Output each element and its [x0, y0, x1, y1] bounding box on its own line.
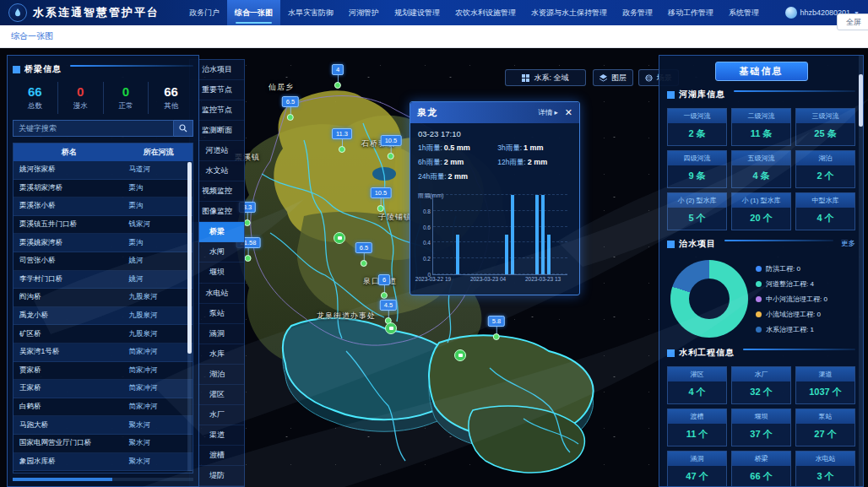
marker-value: 10.5 [371, 187, 392, 198]
bridge-name-cell: 矿区桥 [14, 329, 124, 339]
chart-bar [535, 195, 539, 274]
nav-tab-1[interactable]: 政务门户 [182, 0, 227, 25]
table-row[interactable]: 象园水库桥聚水河 [14, 453, 193, 472]
table-row[interactable]: 马跑大桥聚水河 [14, 416, 193, 435]
water-system-scope-button[interactable]: 水系: 全域 [505, 69, 586, 86]
info-card-value: 25 条 [796, 123, 854, 145]
search-input[interactable] [13, 120, 174, 137]
town-label: 子陵铺镇 [378, 212, 412, 223]
projects-section-title: 治水项目 [679, 238, 716, 250]
table-row[interactable]: 司营张小桥姚河 [14, 252, 193, 271]
section-accent-line [70, 65, 193, 67]
nav-tab-3[interactable]: 水旱灾害防御 [280, 0, 341, 25]
rain-metric-value: 2 mm [528, 158, 548, 166]
river-name-cell: 栗沟 [124, 183, 193, 193]
legend-label: 小流域治理工程: 0 [766, 310, 821, 319]
table-scrollbar[interactable] [187, 162, 192, 471]
table-row[interactable]: 栗溪张小桥栗沟 [14, 198, 193, 216]
map-marker[interactable]: 6.5 [355, 242, 372, 267]
camera-icon[interactable] [334, 232, 345, 244]
marker-value: 10.5 [381, 135, 402, 146]
fullscreen-button[interactable]: 全屏 [837, 14, 868, 30]
table-row[interactable]: 姚河张家桥马道河 [14, 161, 193, 180]
table-row[interactable]: 栗溪镇五井门口桥钱家河 [14, 216, 193, 235]
table-hscrollbar[interactable] [13, 478, 193, 481]
map-marker[interactable]: 6.5 [282, 96, 299, 121]
base-info-button[interactable]: 基础信息 [715, 62, 808, 81]
table-row[interactable]: 贾家桥简家冲河 [14, 362, 193, 381]
map-marker[interactable]: 4.5 [380, 300, 397, 324]
info-card: 四级河流9 条 [667, 150, 727, 188]
left-panel-title: 桥梁信息 [24, 63, 62, 75]
table-row[interactable]: 国家电网营业厅门口桥聚水河 [14, 435, 193, 453]
chart-bar [505, 235, 508, 274]
rain-metric-value: 0.5 mm [444, 143, 470, 152]
table-row[interactable]: 矿区桥九股泉河 [14, 325, 193, 344]
bridge-name-cell: 王家桥 [14, 383, 124, 393]
table-row[interactable]: 禹龙小桥九股泉河 [14, 307, 193, 326]
nav-tab-2[interactable]: 综合一张图 [227, 0, 280, 25]
info-card-label: 一级河流 [668, 109, 726, 123]
bridge-stat: 0漫水 [58, 82, 104, 114]
stat-value: 66 [13, 84, 57, 99]
section-accent-line [724, 240, 833, 241]
marker-value: 4.5 [380, 300, 397, 311]
table-row[interactable]: 栗溪姚家湾桥栗沟 [14, 234, 193, 252]
camera-icon[interactable] [385, 322, 397, 334]
table-row[interactable]: 王家桥简家冲河 [14, 380, 193, 398]
info-card-value: 11 个 [668, 424, 726, 446]
legend-dot [756, 281, 762, 287]
town-label: 龙泉街道办事处 [317, 311, 376, 322]
nav-tab-7[interactable]: 水资源与水土保持管理 [524, 0, 615, 25]
map-marker[interactable]: 10.5 [381, 135, 402, 160]
info-card-value: 1037 个 [796, 381, 854, 403]
nav-tab-10[interactable]: 系统管理 [721, 0, 767, 25]
table-row[interactable]: 白鹤桥简家冲河 [14, 398, 193, 417]
marker-value: 4 [332, 64, 344, 75]
marker-dot [381, 292, 388, 299]
legend-dot [756, 296, 762, 302]
river-name-cell: 简家冲河 [124, 365, 193, 376]
info-card: 桥梁66 个 [731, 451, 791, 487]
river-lake-cards: 一级河流2 条二级河流11 条三级河流25 条四级河流9 条五级河流4 条湖泊2… [667, 108, 855, 230]
more-link[interactable]: 更多 [841, 239, 855, 249]
map-marker[interactable]: 4 [332, 64, 344, 89]
nav-tab-9[interactable]: 移动工作管理 [660, 0, 721, 25]
layers-button[interactable]: 图层 [593, 69, 633, 86]
table-row[interactable]: 李学村门口桥姚河 [14, 271, 193, 289]
table-row[interactable]: 阎沟桥九股泉河 [14, 289, 193, 307]
map-marker[interactable]: 10.5 [371, 187, 392, 212]
legend-dot [756, 311, 762, 317]
marker-dot [377, 205, 384, 212]
nav-tab-5[interactable]: 规划建设管理 [387, 0, 448, 25]
bridge-stats: 66总数0漫水0正常66其他 [13, 82, 193, 114]
info-card-label: 五级河流 [732, 151, 790, 165]
nav-tab-4[interactable]: 河湖管护 [341, 0, 387, 25]
river-name-cell: 马道河 [124, 165, 193, 175]
info-card: 中型水库4 个 [795, 192, 855, 230]
bridge-name-cell: 白鹤桥 [14, 402, 124, 412]
map-marker[interactable]: 11.3 [332, 128, 352, 153]
camera-icon[interactable] [454, 349, 466, 361]
table-row[interactable]: 吴家湾1号桥简家冲河 [14, 344, 193, 362]
bridge-stat: 0正常 [104, 82, 149, 114]
nav-tab-8[interactable]: 政务管理 [615, 0, 660, 25]
info-card: 三级河流25 条 [795, 108, 855, 146]
close-icon[interactable]: ✕ [565, 108, 572, 117]
map-marker[interactable]: 6 [378, 274, 390, 299]
table-row[interactable]: 鲍家5号拦河桥聚水河 [14, 471, 193, 473]
legend-item: 水系治理工程: 1 [756, 325, 827, 334]
info-card-label: 小 (2) 型水库 [668, 193, 726, 208]
chart-xtick: 2023-03-22 19 [415, 276, 451, 282]
table-row[interactable]: 栗溪胡家湾桥栗沟 [14, 180, 193, 198]
nav-tab-6[interactable]: 农饮水利设施管理 [448, 0, 524, 25]
legend-label: 中小河流治理工程: 0 [766, 295, 827, 304]
map-marker[interactable]: 5.8 [488, 316, 505, 340]
chart-xtick: 2023-03-23 04 [470, 276, 506, 282]
chart-ytick: 1 [427, 192, 431, 198]
info-card-label: 灌区 [668, 367, 726, 381]
right-panel-scrollbar[interactable] [859, 56, 863, 486]
info-card: 小 (2) 型水库5 个 [667, 192, 727, 230]
search-button[interactable] [174, 120, 193, 137]
popup-detail-link[interactable]: 详情 ▸ [538, 108, 558, 118]
